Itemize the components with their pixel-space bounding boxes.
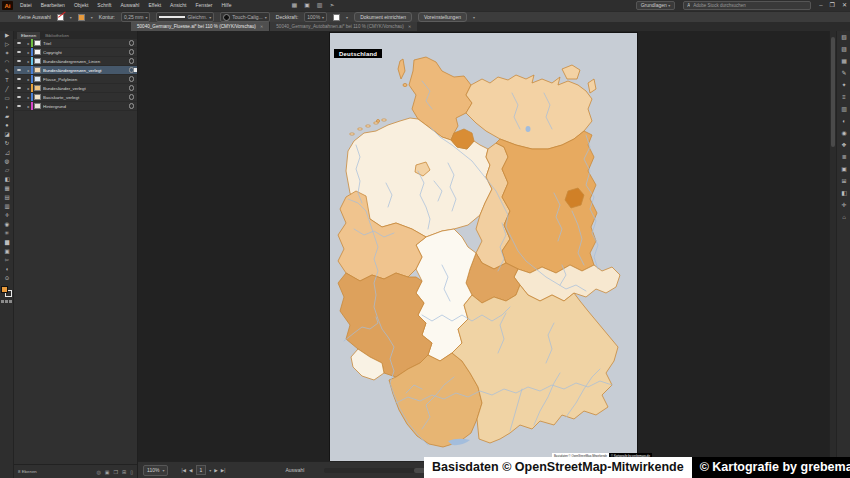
chevron-down-icon[interactable]: ▾ xyxy=(346,15,348,20)
layer-row-copyright[interactable]: ▸ Copyright xyxy=(14,48,137,57)
gradient-tool[interactable]: ▥ xyxy=(0,202,14,211)
align-panel-icon[interactable]: ⊞ xyxy=(837,175,850,187)
direct-selection-tool[interactable]: ▷ xyxy=(0,40,14,49)
layer-thumbnail[interactable] xyxy=(34,58,41,64)
scrollbar-thumb[interactable] xyxy=(831,37,835,147)
pencil-tool[interactable]: ▰ xyxy=(0,112,14,121)
island-juist[interactable] xyxy=(358,128,363,130)
layer-visibility-eye-icon[interactable] xyxy=(17,105,21,108)
tab-germany-fluesse[interactable]: 50040_Germany_Fluesse.ai* bei 110 % (CMY… xyxy=(131,22,269,31)
workspace-switcher[interactable]: Grundlagen ▾ xyxy=(636,1,676,10)
fill-color-swatch[interactable] xyxy=(57,14,64,21)
layer-visibility-eye-icon[interactable] xyxy=(17,69,21,72)
preferences-button[interactable]: Voreinstellungen xyxy=(418,12,467,22)
layer-thumbnail[interactable] xyxy=(34,85,41,91)
libraries-panel-icon[interactable]: ⌂ xyxy=(837,211,850,223)
mesh-tool[interactable]: ▤ xyxy=(0,193,14,202)
bridge-icon[interactable]: ▦ xyxy=(291,0,297,11)
pointer-options-icon[interactable]: ▾ xyxy=(473,15,475,20)
minimize-button[interactable]: – xyxy=(819,0,822,11)
graphic-styles-panel-icon[interactable]: ❖ xyxy=(837,139,850,151)
symbols-panel-icon[interactable]: ✦ xyxy=(837,79,850,91)
menu-fenster[interactable]: Fenster xyxy=(196,0,213,11)
fill-proxy[interactable] xyxy=(1,286,8,293)
layer-row-fluesse-polylinien[interactable]: ▸ Flüsse_Polylinien xyxy=(14,75,137,84)
next-artboard-icon[interactable]: ▶ xyxy=(214,468,217,473)
lasso-tool[interactable]: ◠ xyxy=(0,58,14,67)
close-tab-icon[interactable]: ✕ xyxy=(260,24,263,29)
island-norderney[interactable] xyxy=(366,125,371,127)
artboard-tool[interactable]: ▣ xyxy=(0,247,14,256)
eraser-tool[interactable]: ◪ xyxy=(0,130,14,139)
chevron-down-icon[interactable]: ▾ xyxy=(91,15,93,20)
new-sublayer-icon[interactable]: ❐ xyxy=(114,469,118,475)
document-canvas[interactable]: Deutschland Basisdaten © OpenStreetMap-M… xyxy=(138,31,829,461)
artboard-number-select[interactable]: 1 xyxy=(196,465,207,475)
perspective-grid-tool[interactable]: ▦ xyxy=(0,184,14,193)
stroke-panel-icon[interactable]: ≡ xyxy=(837,91,850,103)
layer-target-icon[interactable] xyxy=(129,58,135,64)
stroke-width-stepper[interactable]: 0,25 mm ▾ xyxy=(121,12,150,22)
island-langeoog[interactable] xyxy=(374,122,379,124)
none-mode-icon[interactable] xyxy=(9,300,12,303)
close-button[interactable]: ✕ xyxy=(842,0,847,11)
document-layout-icon[interactable]: ▥ xyxy=(317,0,323,11)
layer-row-titel[interactable]: ▸ Titel xyxy=(14,39,137,48)
color-panel-icon[interactable]: ▧ xyxy=(837,31,850,43)
layer-visibility-eye-icon[interactable] xyxy=(17,60,21,63)
rectangle-tool[interactable]: ▭ xyxy=(0,94,14,103)
layer-target-icon[interactable] xyxy=(129,49,135,55)
locate-object-icon[interactable]: ◎ xyxy=(96,469,100,475)
layer-visibility-eye-icon[interactable] xyxy=(17,87,21,90)
menu-schrift[interactable]: Schrift xyxy=(97,0,111,11)
make-clipping-mask-icon[interactable]: ▣ xyxy=(105,469,110,475)
island-foehr[interactable] xyxy=(403,84,407,87)
layer-thumbnail[interactable] xyxy=(34,76,41,82)
layer-target-icon[interactable] xyxy=(129,103,135,109)
free-transform-tool[interactable]: ▱ xyxy=(0,166,14,175)
artboards-panel-icon[interactable]: ▣ xyxy=(837,163,850,175)
delete-layer-icon[interactable]: ▯ xyxy=(130,469,133,475)
pen-tool[interactable]: ✎ xyxy=(0,67,14,76)
artboard[interactable]: Deutschland Basisdaten © OpenStreetMap-M… xyxy=(330,33,637,461)
close-tab-icon[interactable]: ✕ xyxy=(408,24,411,29)
stroke-color-swatch[interactable] xyxy=(78,14,85,21)
variable-width-profile-select[interactable]: Gleichm. ▾ xyxy=(156,12,214,22)
layer-visibility-eye-icon[interactable] xyxy=(17,51,21,54)
layer-visibility-eye-icon[interactable] xyxy=(17,78,21,81)
tab-ebenen[interactable]: Ebenen xyxy=(17,32,40,39)
eyedropper-tool[interactable]: ✛ xyxy=(0,211,14,220)
selection-tool[interactable]: ▶ xyxy=(0,31,14,40)
layer-row-bundeslaendergrenzen-verlegt[interactable]: ▸ Bundesländergrenzen_verlegt xyxy=(14,66,137,75)
layer-visibility-eye-icon[interactable] xyxy=(17,96,21,99)
menu-ansicht[interactable]: Ansicht xyxy=(170,0,186,11)
chevron-down-icon[interactable]: ▾ xyxy=(70,15,72,20)
layer-row-basiskarte-verlegt[interactable]: ▸ Basiskarte_verlegt xyxy=(14,93,137,102)
column-graph-tool[interactable]: ▆ xyxy=(0,238,14,247)
layer-row-hintergrund[interactable]: ▸ Hintergrund xyxy=(14,102,137,111)
menu-effekt[interactable]: Effekt xyxy=(148,0,161,11)
germany-map[interactable] xyxy=(330,33,637,461)
layer-target-icon[interactable] xyxy=(129,85,135,91)
last-artboard-icon[interactable]: ▶| xyxy=(221,468,226,473)
layer-row-bundeslaender-verlegt[interactable]: ▸ Bundesländer_verlegt xyxy=(14,84,137,93)
canvas-vertical-scrollbar[interactable] xyxy=(829,31,836,461)
layer-thumbnail[interactable] xyxy=(34,103,41,109)
island-borkum[interactable] xyxy=(350,133,355,135)
layer-thumbnail[interactable] xyxy=(34,49,41,55)
first-artboard-icon[interactable]: |◀ xyxy=(181,468,186,473)
type-tool[interactable]: T xyxy=(0,76,14,85)
pathfinder-panel-icon[interactable]: ◧ xyxy=(837,187,850,199)
menu-bearbeiten[interactable]: Bearbeiten xyxy=(41,0,65,11)
brush-definition-select[interactable]: Touch-Calig... ▾ xyxy=(220,12,270,22)
menu-hilfe[interactable]: Hilfe xyxy=(221,0,231,11)
color-mode-icon[interactable] xyxy=(1,300,4,303)
brushes-panel-icon[interactable]: ✎ xyxy=(837,67,850,79)
blend-tool[interactable]: ◉ xyxy=(0,220,14,229)
line-segment-tool[interactable]: ╱ xyxy=(0,85,14,94)
menu-datei[interactable]: Datei xyxy=(20,0,32,11)
graphic-style-swatch[interactable] xyxy=(333,14,340,21)
layer-thumbnail[interactable] xyxy=(34,40,41,46)
restore-button[interactable]: ❐ xyxy=(830,0,835,11)
hand-tool[interactable]: ◖ xyxy=(0,265,14,274)
